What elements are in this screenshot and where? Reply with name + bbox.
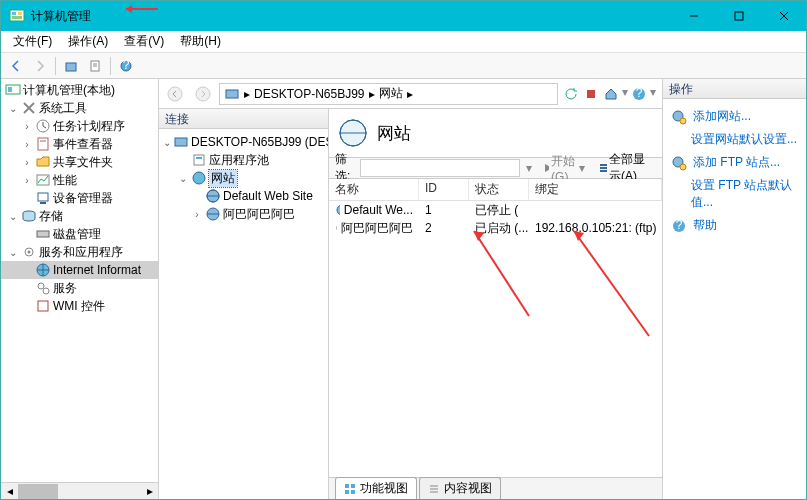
svg-point-25 [28,251,31,254]
tree-disk-management[interactable]: 磁盘管理 [1,225,158,243]
svg-line-51 [574,231,649,336]
menu-help[interactable]: 帮助(H) [172,31,229,52]
action-add-website[interactable]: 添加网站... [669,105,800,128]
list-header: 名称 ID 状态 绑定 [329,179,662,201]
tree-shared-folders[interactable]: ›共享文件夹 [1,153,158,171]
action-set-website-defaults[interactable]: 设置网站默认设置... [669,128,800,151]
menu-bar: 文件(F) 操作(A) 查看(V) 帮助(H) [1,31,806,53]
connections-header: 连接 [159,109,328,129]
expander-icon[interactable]: ⌄ [177,173,189,184]
toolbar: ? [1,53,806,79]
scroll-thumb[interactable] [18,484,58,499]
row1-name: 阿巴阿巴阿巴 [341,220,413,237]
tree-root-label: 计算机管理(本地) [23,82,115,99]
expander-icon[interactable]: › [21,175,33,186]
svg-rect-52 [345,484,349,488]
svg-rect-3 [12,16,22,19]
col-name[interactable]: 名称 [329,179,419,200]
tree-iis[interactable]: Internet Informat [1,261,158,279]
help-icon[interactable]: ? [630,85,648,103]
list-body: Default We... 1 已停止 ( 阿巴阿巴阿巴 2 已启动 (... … [329,201,662,477]
nav-forward-button[interactable] [191,82,215,106]
tree-performance[interactable]: ›性能 [1,171,158,189]
tree-task-scheduler[interactable]: ›任务计划程序 [1,117,158,135]
tree-services-apps[interactable]: ⌄服务和应用程序 [1,243,158,261]
action-help[interactable]: ?帮助 [669,214,800,237]
scroll-right-arrow[interactable]: ▸ [141,483,158,499]
svg-rect-0 [10,10,24,21]
conn-app-pools[interactable]: 应用程序池 [159,151,328,169]
menu-view[interactable]: 查看(V) [116,31,172,52]
list-row[interactable]: 阿巴阿巴阿巴 2 已启动 (... 192.168.0.105:21: (ftp… [329,219,662,237]
conn-sites[interactable]: ⌄网站 [159,169,328,187]
list-row[interactable]: Default We... 1 已停止 ( [329,201,662,219]
svg-point-60 [680,118,686,124]
tree-system-tools[interactable]: ⌄ 系统工具 [1,99,158,117]
expander-icon[interactable]: › [191,209,203,220]
svg-rect-1 [12,12,16,15]
up-button[interactable] [60,56,82,76]
scroll-left-arrow[interactable]: ◂ [1,483,18,499]
help-button[interactable]: ? [115,56,137,76]
tree-services[interactable]: 服务 [1,279,158,297]
tree-root[interactable]: 计算机管理(本地) [1,81,158,99]
globe-icon [335,203,340,217]
maximize-button[interactable] [716,1,761,31]
tab-content[interactable]: 内容视图 [419,477,501,499]
menu-file[interactable]: 文件(F) [5,31,60,52]
expander-icon[interactable]: ⌄ [7,211,19,222]
stop-icon[interactable] [582,85,600,103]
server-icon [173,134,189,150]
svg-rect-2 [18,12,22,15]
minimize-button[interactable] [671,1,716,31]
detail-pane: 网站 筛选: ▾ 开始(G) ▾ 全部显示(A) 名称 ID 状态 绑定 [329,109,662,499]
left-scrollbar[interactable]: ◂▸ [1,482,158,499]
sites-icon [191,170,207,186]
expander-icon[interactable]: › [21,139,33,150]
conn-default-site[interactable]: Default Web Site [159,187,328,205]
expander-icon[interactable]: › [21,121,33,132]
conn-root[interactable]: ⌄DESKTOP-N65BJ99 (DESKTOP [159,133,328,151]
crumb-sites[interactable]: 网站 [379,85,403,102]
conn-default-label: Default Web Site [223,189,313,203]
filter-input[interactable] [360,159,520,177]
tree-wmi[interactable]: WMI 控件 [1,297,158,315]
svg-rect-29 [38,301,48,311]
filter-row: 筛选: ▾ 开始(G) ▾ 全部显示(A) [329,157,662,179]
tree-device-manager[interactable]: 设备管理器 [1,189,158,207]
page-title: 网站 [377,122,411,145]
action-set-ftp-defaults[interactable]: 设置 FTP 站点默认值... [669,174,800,214]
expander-icon[interactable]: ⌄ [7,247,19,258]
list-icon [428,483,440,495]
svg-point-31 [196,87,210,101]
computer-mgmt-icon [5,82,21,98]
action-add-ftp-site[interactable]: 添加 FTP 站点... [669,151,800,174]
properties-button[interactable] [84,56,106,76]
menu-action[interactable]: 操作(A) [60,31,116,52]
tools-icon [21,100,37,116]
tree-event-viewer[interactable]: ›事件查看器 [1,135,158,153]
col-state[interactable]: 状态 [469,179,529,200]
svg-rect-33 [587,90,595,98]
tree-storage[interactable]: ⌄存储 [1,207,158,225]
svg-rect-47 [600,170,607,172]
refresh-icon[interactable] [562,85,580,103]
tab-features[interactable]: 功能视图 [335,477,417,499]
home-icon[interactable] [602,85,620,103]
nav-back-button[interactable] [163,82,187,106]
col-bind[interactable]: 绑定 [529,179,662,200]
disk-icon [35,226,51,242]
svg-rect-36 [175,138,187,146]
close-button[interactable] [761,1,806,31]
back-button[interactable] [5,56,27,76]
storage-icon [21,208,37,224]
expander-icon[interactable]: › [21,157,33,168]
conn-custom-site[interactable]: ›阿巴阿巴阿巴 [159,205,328,223]
forward-button[interactable] [29,56,51,76]
expander-icon[interactable]: ⌄ [7,103,19,114]
conn-sites-label: 网站 [209,170,237,187]
expander-icon[interactable]: ⌄ [163,137,171,148]
crumb-server[interactable]: DESKTOP-N65BJ99 [254,87,365,101]
breadcrumb[interactable]: ▸ DESKTOP-N65BJ99 ▸ 网站 ▸ [219,83,558,105]
col-id[interactable]: ID [419,179,469,200]
